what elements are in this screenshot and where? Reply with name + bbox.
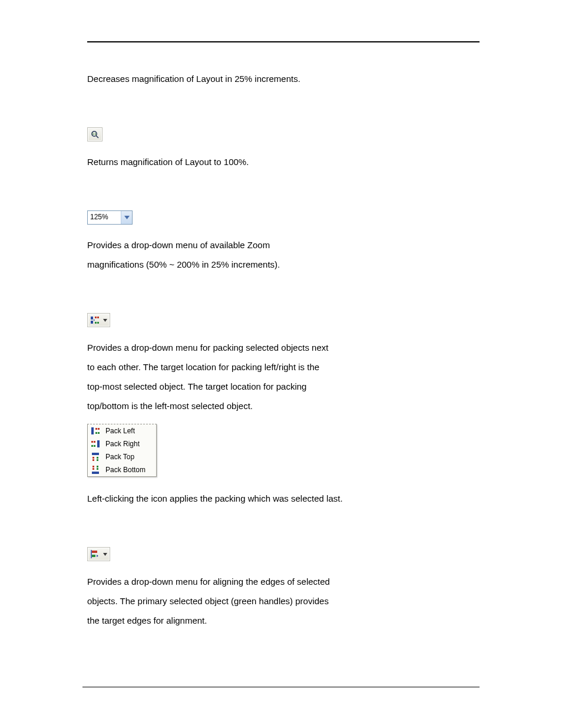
pack-left-item[interactable]: Pack Left [88,424,156,437]
svg-rect-31 [92,555,95,557]
zoom-select-description-l1: Provides a drop-down menu of available Z… [87,235,382,255]
align-description-l1: Provides a drop-down menu for aligning t… [87,572,382,591]
svg-rect-3 [91,317,93,319]
pack-left-icon [90,426,101,436]
svg-rect-17 [91,445,93,447]
svg-rect-25 [92,466,94,467]
svg-rect-15 [91,441,93,443]
svg-rect-9 [91,427,94,434]
pack-description-l3: top-most selected object. The target loc… [87,377,382,396]
svg-rect-12 [95,432,97,434]
svg-rect-10 [95,428,97,430]
pack-top-item[interactable]: Pack Top [88,450,156,463]
pack-menu: Pack Left Pack Right [87,424,157,477]
footer-rule [82,687,480,687]
svg-rect-27 [97,466,98,467]
align-icon [90,549,100,559]
pack-description-l1: Provides a drop-down menu for packing se… [87,338,382,357]
chevron-down-icon [103,553,107,556]
svg-rect-18 [94,445,95,447]
pack-icon [90,315,100,325]
pack-description-l4: top/bottom is the left-most selected obj… [87,396,382,416]
pack-right-item[interactable]: Pack Right [88,437,156,450]
svg-rect-20 [92,457,94,459]
menu-item-label: Pack Top [105,453,134,461]
zoom-out-description: Decreases magnification of Layout in 25%… [87,69,382,88]
svg-rect-23 [97,459,98,461]
menu-item-label: Pack Left [105,427,135,435]
svg-rect-11 [98,428,100,430]
chevron-down-icon [121,211,132,224]
pack-dropdown-button[interactable] [87,313,110,327]
chevron-down-icon [103,319,107,322]
align-description-l2: objects. The primary selected object (gr… [87,591,382,611]
menu-item-label: Pack Right [105,440,140,448]
header-rule [87,41,480,42]
svg-rect-21 [92,459,94,461]
align-dropdown-button[interactable] [87,547,110,561]
align-description-l3: the target edges for alignment. [87,611,382,630]
zoom-select-description-l2: magnifications (50% ~ 200% in 25% increm… [87,255,382,274]
pack-note: Left-clicking the icon applies the packi… [87,489,382,508]
svg-rect-16 [94,441,95,443]
zoom-100-icon: 1:1 [90,130,100,139]
svg-rect-28 [97,468,98,470]
svg-line-1 [96,136,98,138]
pack-description-l2: to each other. The target location for p… [87,357,382,377]
zoom-level-value: 125% [88,211,121,224]
svg-rect-26 [92,468,94,470]
pack-bottom-icon [90,465,101,475]
zoom-100-button[interactable]: 1:1 [87,127,103,141]
svg-rect-5 [95,317,97,318]
svg-rect-13 [98,432,100,434]
svg-rect-6 [97,317,99,318]
zoom-level-select[interactable]: 125% [87,210,133,225]
svg-rect-24 [92,472,99,474]
svg-rect-14 [97,440,100,447]
pack-bottom-item[interactable]: Pack Bottom [88,463,156,476]
svg-rect-30 [92,551,97,553]
menu-item-label: Pack Bottom [105,466,146,474]
svg-text:1:1: 1:1 [92,132,96,136]
svg-rect-19 [92,453,99,455]
zoom-100-description: Returns magnification of Layout to 100%. [87,152,382,172]
svg-rect-22 [97,457,98,459]
pack-top-icon [90,452,101,462]
document-page: Decreases magnification of Layout in 25%… [0,0,562,728]
svg-rect-7 [95,322,97,324]
svg-rect-4 [91,321,93,324]
svg-rect-8 [97,322,99,324]
pack-right-icon [90,439,101,449]
